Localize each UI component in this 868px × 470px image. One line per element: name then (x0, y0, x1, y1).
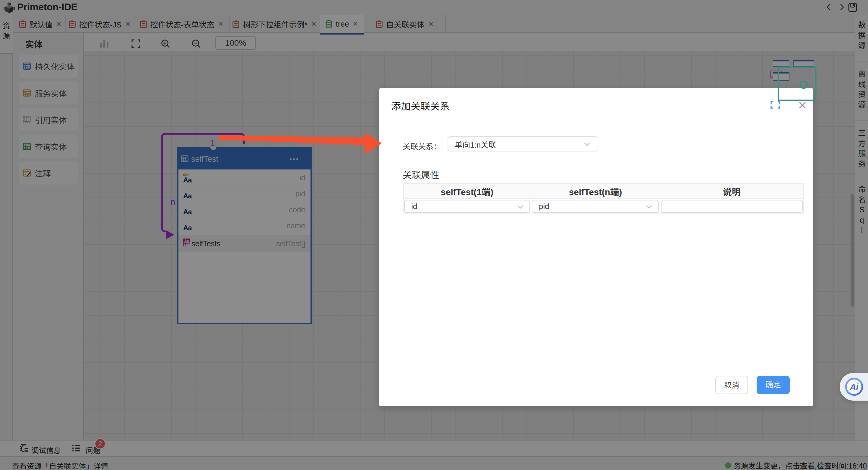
svg-text:Ai: Ai (850, 382, 859, 392)
